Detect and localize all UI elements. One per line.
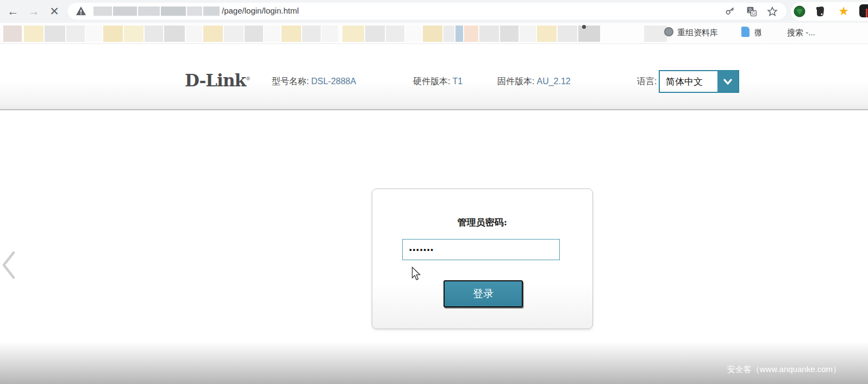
url-redaction-block: [93, 7, 112, 16]
admin-password-title: 管理员密码:: [372, 216, 592, 229]
footer-gradient: [0, 342, 868, 384]
url-redaction-block: [203, 7, 220, 16]
browser-toolbar: ← → ✕ /page/login/login.html 文 G: [0, 0, 868, 23]
password-input[interactable]: [402, 239, 560, 260]
model-name-value: DSL-2888A: [311, 77, 356, 86]
bookmark-blur-block: [444, 26, 454, 42]
login-button[interactable]: 登录: [444, 280, 523, 307]
registered-mark: ®: [246, 76, 251, 81]
not-secure-warning-icon[interactable]: [75, 5, 87, 17]
star-extension-icon[interactable]: ★: [837, 5, 850, 18]
watermark-text: 安全客（www.anquanke.com）: [727, 364, 841, 375]
svg-text:G: G: [752, 10, 755, 16]
bookmark-favicon-dot: [582, 25, 586, 29]
extension-green-icon[interactable]: [793, 5, 806, 18]
site-header: D-Link® 型号名称:DSL-2888A 硬件版本:T1 固件版本:AU_2…: [0, 44, 868, 110]
bookmark-blur-block: [245, 26, 263, 42]
bookmark-blur-block: [264, 26, 280, 42]
bookmark-search[interactable]: 搜索 -...: [787, 28, 815, 38]
bookmark-library[interactable]: 重组资料库: [677, 28, 718, 38]
bookmark-blur-block: [66, 26, 85, 42]
bookmark-blur-block: [224, 26, 243, 42]
language-label: 语言:: [637, 76, 657, 87]
dlink-logo: D-Link®: [185, 71, 251, 90]
bookmark-blur-block: [86, 26, 102, 42]
bookmark-blur-block: [322, 26, 338, 42]
bookmark-blur-block: [282, 26, 301, 42]
bookmark-blur-block: [302, 26, 321, 42]
bookmarks-bar: 重组资料库 微 搜索 -...: [0, 23, 868, 44]
previous-chevron-icon[interactable]: [1, 250, 16, 282]
bookmark-blur-block: [578, 26, 600, 42]
bookmark-blur-block: [45, 26, 65, 42]
dropdown-arrow-button[interactable]: [717, 71, 738, 92]
bookmark-blur-block: [520, 26, 536, 42]
bookmark-blur-block: [386, 26, 404, 42]
firmware-version-value: AU_2.12: [536, 77, 570, 86]
bookmark-blur-block: [464, 26, 478, 42]
bookmark-blur-block: [500, 26, 519, 42]
bookmark-blur-block: [24, 26, 43, 42]
bookmark-blur-block: [186, 26, 202, 42]
model-name-label: 型号名称:: [272, 77, 309, 86]
login-panel: 管理员密码: 登录: [372, 188, 593, 329]
bookmark-blur-block: [644, 26, 667, 42]
password-key-icon[interactable]: [723, 5, 736, 18]
bookmark-blur-block: [365, 26, 385, 42]
profile-badge: [866, 9, 867, 17]
hardware-version-label: 硬件版本:: [413, 77, 450, 86]
bookmark-star-icon[interactable]: [766, 5, 779, 18]
firmware-version-label: 固件版本:: [497, 77, 534, 86]
bookmark-blur-block: [103, 26, 123, 42]
language-selected-value: 简体中文: [660, 71, 717, 92]
bookmark-blur-block: [405, 26, 422, 42]
stop-icon[interactable]: ✕: [46, 3, 63, 20]
evernote-icon[interactable]: [814, 5, 827, 18]
url-redaction-block: [113, 7, 137, 16]
chevron-down-icon: [721, 75, 734, 88]
gold-star-glyph: ★: [838, 5, 849, 17]
back-icon[interactable]: ←: [4, 3, 22, 20]
hardware-version-info: 硬件版本:T1: [413, 76, 463, 87]
bookmark-blur-block: [423, 26, 442, 42]
url-redaction-block: [161, 7, 186, 16]
language-dropdown[interactable]: 简体中文: [659, 70, 739, 93]
bookmark-globe-icon: [664, 27, 673, 36]
url-path[interactable]: /page/login/login.html: [222, 6, 299, 15]
url-redaction-block: [187, 7, 202, 16]
translate-icon[interactable]: 文 G: [745, 5, 758, 18]
bookmark-blur-block: [479, 26, 499, 42]
bookmark-blue-doc-icon: [741, 27, 750, 37]
forward-icon[interactable]: →: [25, 3, 42, 20]
screen: ← → ✕ /page/login/login.html 文 G: [0, 0, 868, 384]
bookmark-blur-block: [342, 26, 364, 42]
url-redaction-block: [138, 7, 160, 16]
bookmark-blur-block: [145, 26, 163, 42]
router-login-page: D-Link® 型号名称:DSL-2888A 硬件版本:T1 固件版本:AU_2…: [0, 44, 868, 384]
mouse-cursor: [411, 267, 422, 284]
bookmark-blur-block: [124, 26, 143, 42]
hardware-version-value: T1: [452, 77, 463, 86]
model-name-info: 型号名称:DSL-2888A: [272, 76, 356, 87]
bookmark-blur-block: [203, 26, 223, 42]
bookmark-blur-block: [537, 26, 557, 42]
bookmark-blur-block: [164, 26, 185, 42]
bookmark-blur-block: [455, 26, 463, 42]
bookmark-blur-block: [558, 26, 577, 42]
firmware-version-info: 固件版本:AU_2.12: [497, 76, 571, 87]
bookmark-blur-block: [3, 26, 22, 42]
